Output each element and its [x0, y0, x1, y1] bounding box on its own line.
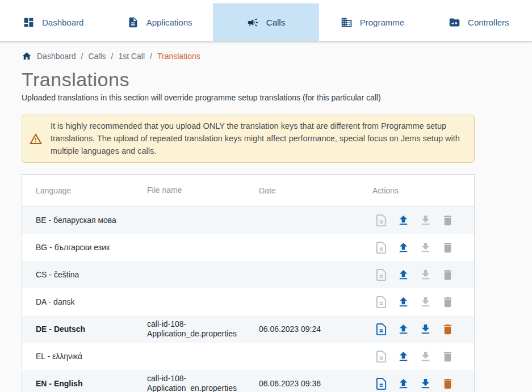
actions-cell [359, 268, 474, 281]
actions-cell [359, 214, 474, 227]
download-button[interactable] [419, 296, 432, 309]
breadcrumb: Dashboard / Calls / 1st Call / Translati… [22, 41, 510, 61]
tab-label: Dashboard [42, 18, 83, 27]
open-file-button[interactable] [375, 268, 388, 281]
actions-cell [359, 350, 474, 363]
delete-button[interactable] [441, 323, 454, 336]
tab-label: Calls [266, 18, 285, 27]
home-icon[interactable] [22, 51, 32, 61]
upload-button[interactable] [397, 214, 410, 227]
language-cell: CS - čeština [22, 270, 133, 279]
delete-button[interactable] [441, 214, 454, 227]
delete-button[interactable] [441, 350, 454, 363]
column-header-actions: Actions [359, 186, 474, 195]
column-header-date: Date [245, 186, 359, 195]
warning-banner: It is highly recommended that you upload… [22, 115, 475, 163]
programme-icon [341, 16, 353, 28]
date-cell: 06.06.2023 09:36 [245, 379, 359, 388]
open-file-button[interactable] [375, 241, 388, 254]
file-name-cell: call-id-108-Application_en.properties [133, 374, 245, 392]
table-row: DE - Deutsch call-id-108-Application_de.… [22, 315, 474, 343]
upload-button[interactable] [397, 377, 410, 390]
warning-icon [29, 132, 43, 146]
breadcrumb-separator: / [81, 52, 83, 61]
breadcrumb-translations: Translations [157, 52, 200, 61]
translations-table: Language File name Date Actions BE - бел… [22, 174, 475, 392]
upload-button[interactable] [397, 268, 410, 281]
language-cell: BE - беларуская мова [22, 216, 133, 225]
tab-controllers[interactable]: Controllers [426, 3, 532, 41]
language-cell: DA - dansk [22, 297, 133, 306]
upload-button[interactable] [397, 350, 410, 363]
tab-programme[interactable]: Programme [319, 3, 425, 41]
language-cell: EN - English [22, 379, 133, 388]
language-cell: EL - ελληνικά [22, 352, 133, 361]
table-row: BG - български език [22, 234, 474, 261]
actions-cell [359, 377, 474, 390]
open-file-button[interactable] [375, 377, 388, 390]
language-cell: DE - Deutsch [22, 324, 133, 334]
actions-cell [359, 323, 474, 336]
upload-button[interactable] [397, 296, 410, 309]
delete-button[interactable] [441, 377, 454, 390]
delete-button[interactable] [441, 241, 454, 254]
breadcrumb-separator: / [111, 52, 114, 61]
controllers-icon [449, 16, 460, 28]
page-title: Translations [22, 69, 510, 91]
page-subtitle: Uploaded translations in this section wi… [22, 93, 510, 102]
download-button[interactable] [419, 268, 432, 281]
table-row: DA - dansk [22, 288, 474, 315]
breadcrumb-dashboard[interactable]: Dashboard [37, 52, 76, 61]
tab-dashboard[interactable]: Dashboard [0, 3, 106, 41]
delete-button[interactable] [441, 296, 454, 309]
table-row: BE - беларуская мова [22, 206, 474, 234]
table-header: Language File name Date Actions [22, 175, 474, 206]
language-cell: BG - български език [22, 243, 133, 252]
download-button[interactable] [419, 241, 432, 254]
download-button[interactable] [419, 323, 432, 336]
download-button[interactable] [419, 214, 432, 227]
delete-button[interactable] [441, 268, 454, 281]
breadcrumb-1st-call[interactable]: 1st Call [118, 52, 145, 61]
upload-button[interactable] [397, 241, 410, 254]
column-header-file-name: File name [133, 186, 245, 196]
breadcrumb-calls[interactable]: Calls [88, 52, 106, 61]
download-button[interactable] [419, 350, 432, 363]
top-nav: Dashboard Applications Calls Programme C… [0, 0, 532, 41]
tab-applications[interactable]: Applications [106, 3, 212, 41]
table-row: CS - čeština [22, 261, 474, 288]
warning-text: It is highly recommended that you upload… [51, 120, 464, 157]
open-file-button[interactable] [375, 296, 388, 309]
tab-label: Programme [360, 18, 404, 27]
table-row: EL - ελληνικά [22, 343, 474, 370]
open-file-button[interactable] [375, 214, 388, 227]
open-file-button[interactable] [375, 323, 388, 336]
file-name-cell: call-id-108-Application_de.properties [133, 319, 245, 339]
tab-label: Applications [146, 18, 192, 27]
column-header-language: Language [22, 186, 133, 195]
tab-calls[interactable]: Calls [213, 3, 319, 41]
actions-cell [359, 296, 474, 309]
table-row: EN - English call-id-108-Application_en.… [22, 370, 474, 392]
table-body: BE - беларуская мова BG - български език [22, 206, 474, 392]
tab-label: Controllers [468, 18, 509, 27]
upload-button[interactable] [397, 323, 410, 336]
open-file-button[interactable] [375, 350, 388, 363]
download-button[interactable] [419, 377, 432, 390]
breadcrumb-separator: / [150, 52, 152, 61]
calls-icon [247, 16, 259, 28]
date-cell: 06.06.2023 09:24 [245, 324, 359, 334]
actions-cell [359, 241, 474, 254]
applications-icon [127, 16, 139, 28]
dashboard-icon [23, 16, 35, 28]
